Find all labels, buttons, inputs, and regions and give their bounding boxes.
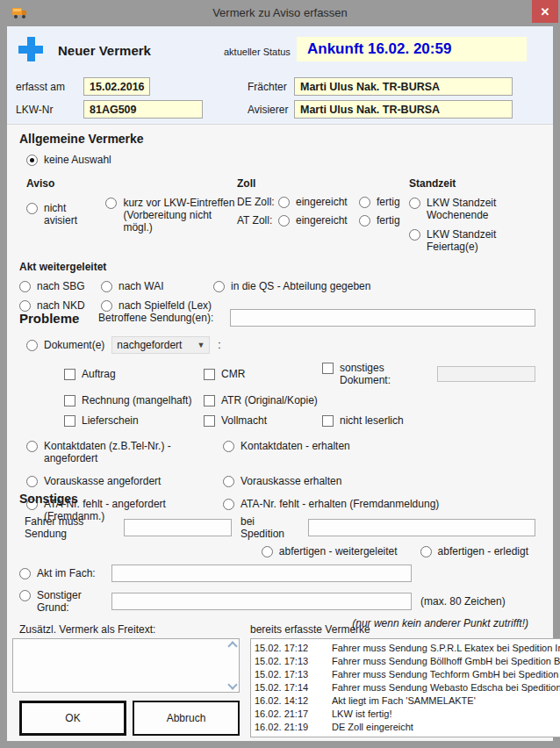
entry-time: 15.02. 17:12 <box>255 642 332 655</box>
vermerke-rows: 15.02. 17:12 Fahrer muss Sendung S.P.R.L… <box>251 639 560 737</box>
max-zeichen-label: (max. 80 Zeichen) <box>420 595 506 608</box>
page-title: Neuer Vermerk <box>58 43 151 58</box>
betroffene-sendung-input[interactable] <box>230 309 535 327</box>
radio-vorauskasse-angefordert[interactable]: Vorauskasse angefordert <box>26 475 223 487</box>
checkbox-icon <box>322 363 334 374</box>
sonstiger-grund-input[interactable] <box>111 593 412 610</box>
window-title: Vermerk zu Aviso erfassen <box>0 6 560 19</box>
checkbox-row-1: Auftrag CMR sonstiges Dokument: <box>19 362 535 386</box>
radio-label: Vorauskasse angefordert <box>44 475 161 487</box>
checkbox-sonstiges-dokument[interactable]: sonstiges Dokument: <box>322 362 432 386</box>
radio-kurz-vor-lkw-eintreffen[interactable]: kurz vor LKW-Eintreffen (Vorbereitung ni… <box>105 197 237 234</box>
checkbox-label: Vollmacht <box>221 414 267 427</box>
scroll-down-icon[interactable] <box>227 680 237 689</box>
dokument-select-value: nachgefordert <box>117 339 197 351</box>
list-item[interactable]: 16.02. 21:19 DE Zoll eingereicht <box>255 721 560 734</box>
radio-at-zoll-fertig[interactable]: fertig <box>359 214 400 227</box>
entry-time: 16.02. 21:17 <box>255 708 332 721</box>
radio-icon <box>26 340 38 351</box>
section-allgemeine-vermerke: Allgemeine Vermerke keine Auswahl Aviso … <box>19 132 535 312</box>
radio-nicht-avisiert[interactable]: nicht avisiert <box>26 202 98 234</box>
lkw-nr-field[interactable]: 81AG509 <box>83 100 203 119</box>
list-item[interactable]: 16.02. 14:12 Akt liegt im Fach 'SAMMELAK… <box>255 694 560 708</box>
at-zoll-row: AT Zoll: eingereicht fertig <box>237 214 409 227</box>
ok-button[interactable]: OK <box>19 701 126 736</box>
spedition-input[interactable] <box>308 519 535 536</box>
list-item[interactable]: 16.02. 21:17 LKW ist fertig! <box>255 708 560 721</box>
close-button[interactable]: ✕ <box>532 0 558 23</box>
radio-icon <box>26 441 38 452</box>
list-item[interactable]: 15.02. 17:12 Fahrer muss Sendung S.P.R.L… <box>255 642 560 655</box>
freitext-body[interactable] <box>13 639 226 692</box>
radio-label: Vorauskasse erhalten <box>241 475 341 487</box>
radio-kontaktdaten-erhalten[interactable]: Kontaktdaten - erhalten <box>223 440 350 464</box>
radio-nach-sbg[interactable]: nach SBG <box>19 280 101 292</box>
radio-label-line2: (Vorbereitung nicht mögl.) <box>123 209 212 234</box>
radio-abfertigen-weitergeleitet[interactable]: abfertigen - weitergeleitet <box>262 545 398 557</box>
radio-abfertigen-erledigt[interactable]: abfertigen - erledigt <box>420 545 528 557</box>
dokument-select[interactable]: nachgefordert ▼ <box>111 336 210 354</box>
radio-keine-auswahl[interactable]: keine Auswahl <box>26 154 111 166</box>
radio-label: Akt im Fach: <box>37 567 96 579</box>
radio-de-zoll-fertig[interactable]: fertig <box>359 196 400 208</box>
checkbox-nicht-leserlich[interactable]: nicht leserlich <box>322 414 404 427</box>
checkbox-cmr[interactable]: CMR <box>204 368 322 380</box>
checkbox-vollmacht[interactable]: Vollmacht <box>204 414 322 427</box>
radio-qs-abteilung[interactable]: in die QS - Abteilung gegeben <box>213 280 370 292</box>
radio-label: in die QS - Abteilung gegeben <box>231 280 370 292</box>
checkbox-auftrag[interactable]: Auftrag <box>64 368 204 380</box>
checkbox-atr[interactable]: ATR (Original/Kopie) <box>204 394 322 406</box>
radio-label: LKW Standzeit Wochenende <box>427 197 535 221</box>
entry-text: DE Zoll eingereicht <box>332 721 560 734</box>
entry-text: Fahrer muss Sendung Webasto Edscha bei S… <box>332 681 560 694</box>
list-item[interactable]: 15.02. 17:13 Fahrer muss Sendung Böllhof… <box>255 655 560 668</box>
freitext-scrollbar[interactable] <box>226 639 239 692</box>
checkbox-row-3: Lieferschein Vollmacht nicht leserlich <box>19 414 535 427</box>
erfasst-am-field[interactable]: 15.02.2016 <box>83 77 150 96</box>
radio-vorauskasse-erhalten[interactable]: Vorauskasse erhalten <box>223 475 341 487</box>
vermerke-listbox[interactable]: 15.02. 17:12 Fahrer muss Sendung S.P.R.L… <box>250 638 560 737</box>
radio-icon <box>26 476 38 487</box>
radio-standzeit-wochenende[interactable]: LKW Standzeit Wochenende <box>409 197 535 221</box>
radio-sonstiger-grund[interactable]: Sonstiger Grund: <box>19 589 111 614</box>
checkbox-label: Lieferschein <box>82 414 139 427</box>
freitext-column: Zusätzl. Vermerk als Freitext: OK Abbruc… <box>12 623 240 737</box>
radio-icon <box>223 476 234 487</box>
checkbox-rechnung[interactable]: Rechnung (mangelhaft) <box>64 394 204 406</box>
checkbox-lieferschein[interactable]: Lieferschein <box>64 414 204 427</box>
radio-de-zoll-eingereicht[interactable]: eingereicht <box>278 196 359 208</box>
akt-im-fach-input[interactable] <box>111 565 412 582</box>
list-item[interactable]: 15.02. 17:14 Fahrer muss Sendung Webasto… <box>255 681 560 694</box>
fraechter-field[interactable]: Marti Ulus Nak. TR-BURSA <box>294 77 513 96</box>
sonstiger-grund-row: Sonstiger Grund: (max. 80 Zeichen) <box>19 589 535 614</box>
list-item[interactable]: 15.02. 17:13 Fahrer muss Sendung Techfor… <box>255 668 560 681</box>
radio-standzeit-feiertag[interactable]: LKW Standzeit Feiertag(e) <box>409 228 535 253</box>
probleme-header-row: Probleme Betroffene Sendung(en): <box>19 309 535 327</box>
radio-at-zoll-eingereicht[interactable]: eingereicht <box>278 214 359 227</box>
sonstiges-dokument-input[interactable] <box>437 366 535 382</box>
radio-dokumente[interactable]: Dokument(e) <box>26 339 104 351</box>
avisierer-field[interactable]: Marti Ulus Nak. TR-BURSA <box>294 100 513 119</box>
fahrer-sendung-input[interactable] <box>124 519 232 536</box>
abbruch-button[interactable]: Abbruch <box>133 701 240 736</box>
status-value: Ankunft 16.02. 20:59 <box>297 37 527 61</box>
title-bar[interactable]: Vermerk zu Aviso erfassen ✕ <box>0 0 560 26</box>
button-row: OK Abbruch <box>19 701 240 736</box>
checkbox-label: CMR <box>221 368 245 380</box>
freitext-textarea[interactable] <box>12 638 240 693</box>
standzeit-heading: Standzeit <box>409 177 535 190</box>
radio-icon <box>409 229 420 241</box>
avisierer-label: Avisierer <box>248 104 288 116</box>
vermerke-label: bereits erfasste Vermerke <box>250 623 560 636</box>
allgemein-columns: Aviso nicht avisiert kurz vor LKW-Eintre… <box>26 177 535 253</box>
radio-akt-im-fach[interactable]: Akt im Fach: <box>19 567 111 579</box>
fraechter-label: Frächter <box>248 81 287 93</box>
checkbox-icon <box>204 369 215 380</box>
section-sonstiges: Sonstiges Fahrer muss Sendung bei Spedit… <box>19 492 535 629</box>
akt-row-1: nach SBG nach WAI in die QS - Abteilung … <box>19 280 535 292</box>
radio-kontaktdaten-angefordert[interactable]: Kontaktdaten (z.B.Tel-Nr.) - angefordert <box>26 440 223 464</box>
scroll-up-icon[interactable] <box>227 641 237 651</box>
radio-nach-wai[interactable]: nach WAI <box>101 280 213 292</box>
fahrer-row: Fahrer muss Sendung bei Spedition <box>25 515 535 540</box>
kontakt-row-2: Vorauskasse angefordert Vorauskasse erha… <box>19 475 535 487</box>
